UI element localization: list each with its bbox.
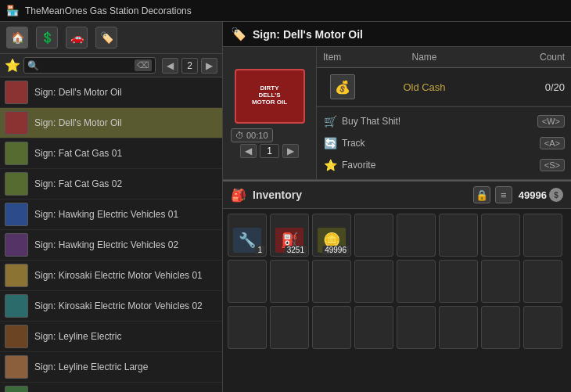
right-header: 🏷️ Sign: Dell's Motor Oil [223,22,571,47]
search-input[interactable] [39,60,135,71]
icon-home[interactable]: 🏠 [6,27,28,49]
inventory-slot-4[interactable] [354,214,393,257]
list-item-11[interactable]: Sign: Montoya Motor Vehicles 01 [0,383,222,392]
next-page-button[interactable]: ▶ [201,58,217,74]
star-icon[interactable]: ⭐ [5,58,20,73]
qty-decrease-button[interactable]: ◀ [240,144,257,158]
inventory-slot-14[interactable] [439,260,478,303]
track-label: Track [342,138,365,149]
list-item-4[interactable]: Sign: Fat Cat Gas 02 [0,169,222,200]
icon-car[interactable]: 🚗 [66,27,88,49]
qty-increase-button[interactable]: ▶ [282,144,299,158]
list-item-label-8: Sign: Kirosaki Electric Motor Vehicles 0… [34,300,203,311]
list-item-9[interactable]: Sign: Leyline Electric [0,322,222,352]
track-key: <A> [540,137,565,149]
list-item-7[interactable]: Sign: Kirosaki Electric Motor Vehicles 0… [0,261,222,291]
main-layout: 🏠 💲 🚗 🏷️ ⭐ 🔍 ⌫ ◀ 2 ▶ Sign: Dell's Mot [0,22,571,392]
inventory-slot-5[interactable] [397,214,436,257]
right-panel: 🏷️ Sign: Dell's Motor Oil DIRTYDELL'SMOT… [223,22,571,392]
inventory-slot-3[interactable]: 🪙 49996 [312,214,351,257]
lock-button[interactable]: 🔒 [473,186,490,203]
search-clear-button[interactable]: ⌫ [135,59,152,71]
inventory-slot-16[interactable] [523,260,562,303]
table-row: 💰 Old Cash 0/20 [317,68,571,106]
buy-button[interactable]: 🛒 Buy That Shit! <W> [323,112,565,131]
right-header-title: Sign: Dell's Motor Oil [253,28,363,41]
list-view-button[interactable]: ≡ [495,186,512,203]
inventory-header: 🎒 Inventory 🔒 ≡ 49996 $ [223,182,571,209]
list-item-thumb-6 [5,233,28,257]
search-bar: ⭐ 🔍 ⌫ ◀ 2 ▶ [0,54,222,77]
list-item-thumb-11 [5,386,28,392]
inventory-slot-23[interactable] [481,306,520,349]
inventory-slot-11[interactable] [312,260,351,303]
list-item-thumb-8 [5,294,28,318]
buy-key: <W> [537,115,565,128]
inventory-slot-7[interactable] [481,214,520,257]
inventory-slot-24[interactable] [523,306,562,349]
right-content: Item Name Count 💰 Old Cash 0/20 🛒 [317,47,571,179]
list-item-thumb-4 [5,172,28,196]
list-item-label-3: Sign: Fat Cat Gas 01 [34,148,122,159]
inv-cash: 49996 $ [519,188,563,202]
item-details-top: DIRTYDELL'SMOTOR OIL ⏱ 00:10 ◀ 1 ▶ [223,47,571,180]
inv-icons: 🔒 ≡ [473,186,512,203]
slot-1-count: 1 [255,246,264,254]
list-item-2[interactable]: Sign: Dell's Motor Oil [0,108,222,138]
list-item-label-1: Sign: Dell's Motor Oil [34,87,122,98]
td-item-icon: 💰 [323,74,362,99]
favorite-key: <S> [540,159,565,171]
inventory-slot-21[interactable] [397,306,436,349]
icon-money[interactable]: 💲 [36,27,58,49]
inventory-slot-20[interactable] [354,306,393,349]
list-item-8[interactable]: Sign: Kirosaki Electric Motor Vehicles 0… [0,291,222,322]
col-count: Count [487,52,565,63]
slot-2-count: 3251 [285,246,307,254]
list-item-label-7: Sign: Kirosaki Electric Motor Vehicles 0… [34,270,203,281]
inventory-slot-13[interactable] [397,260,436,303]
cash-icon: $ [549,188,563,202]
list-item-1[interactable]: Sign: Dell's Motor Oil [0,77,222,108]
inventory-slot-2[interactable]: ⛽ 3251 [270,214,309,257]
item-image-bottom: ⏱ 00:10 [228,127,311,144]
inventory-slot-15[interactable] [481,260,520,303]
icon-tag[interactable]: 🏷️ [95,27,117,49]
item-list: Sign: Dell's Motor Oil Sign: Dell's Moto… [0,77,222,392]
buy-label: Buy That Shit! [342,116,400,127]
timer-value: 00:10 [246,131,268,140]
inventory-slot-10[interactable] [270,260,309,303]
list-item-label-4: Sign: Fat Cat Gas 02 [34,178,122,189]
list-item-5[interactable]: Sign: Hawking Electric Vehicles 01 [0,200,222,230]
inventory-slot-9[interactable] [228,260,267,303]
inventory-slot-18[interactable] [270,306,309,349]
right-header-icon: 🏷️ [231,27,246,41]
list-item-thumb-5 [5,203,28,226]
list-item-label-10: Sign: Leyline Electric Large [34,361,148,372]
list-item-10[interactable]: Sign: Leyline Electric Large [0,352,222,383]
list-item-3[interactable]: Sign: Fat Cat Gas 01 [0,138,222,169]
inventory-slot-19[interactable] [312,306,351,349]
favorite-label: Favorite [342,160,375,171]
inventory-slot-1[interactable]: 🔧 1 [228,214,267,257]
inventory-slot-8[interactable] [523,214,562,257]
icons-bar: 🏠 💲 🚗 🏷️ [0,22,222,54]
action-buttons: 🛒 Buy That Shit! <W> 🔄 Track <A> ⭐ Favor… [317,106,571,179]
col-item: Item [323,52,362,63]
list-item-6[interactable]: Sign: Hawking Electric Vehicles 02 [0,230,222,261]
inventory-slot-12[interactable] [354,260,393,303]
page-number: 2 [181,58,198,74]
inventory-slot-6[interactable] [439,214,478,257]
list-item-label-2: Sign: Dell's Motor Oil [34,117,122,128]
list-item-thumb-3 [5,142,28,165]
favorite-button[interactable]: ⭐ Favorite <S> [323,156,565,174]
search-icon: 🔍 [27,60,39,71]
qty-value: 1 [260,144,279,158]
list-item-thumb-7 [5,264,28,287]
track-button[interactable]: 🔄 Track <A> [323,134,565,153]
prev-page-button[interactable]: ◀ [162,58,178,74]
inventory-slot-22[interactable] [439,306,478,349]
list-item-label-9: Sign: Leyline Electric [34,331,121,342]
inventory-slot-17[interactable] [228,306,267,349]
td-item-count: 0/20 [487,81,565,93]
inventory-grid: 🔧 1 ⛽ 3251 🪙 49996 [223,209,571,354]
